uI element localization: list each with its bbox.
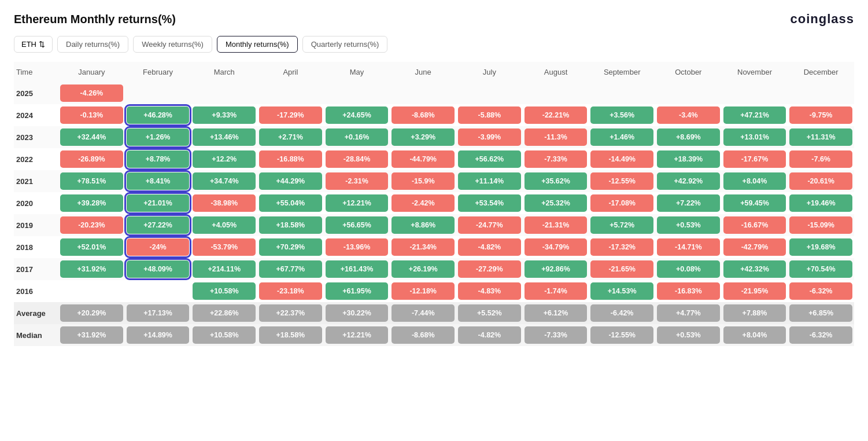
data-cell: -21.95% [722,280,788,302]
data-cell: -12.18% [390,280,456,302]
median-label: Median [14,324,58,346]
data-cell: +12.21% [324,192,390,214]
data-cell: +7.22% [655,192,722,214]
data-cell: +3.56% [589,104,655,126]
median-cell: +31.92% [58,324,125,346]
data-cell: -22.21% [523,104,589,126]
tab-monthly[interactable]: Monthly returns(%) [217,36,298,53]
average-cell: +6.12% [523,302,589,324]
col-jul: July [456,62,523,82]
data-cell: +61.95% [324,280,390,302]
page-header: Ethereum Monthly returns(%) coinglass [14,12,854,27]
data-cell: -16.83% [655,280,722,302]
data-cell: -12.55% [589,170,655,192]
data-cell: +42.32% [722,258,788,280]
data-cell [589,82,655,104]
average-cell: +30.22% [324,302,390,324]
data-cell: +70.29% [257,236,324,258]
page: Ethereum Monthly returns(%) coinglass ET… [0,0,868,358]
average-cell: +5.52% [456,302,523,324]
year-cell: 2025 [14,82,58,104]
data-cell: +78.51% [58,170,125,192]
data-cell: +18.39% [655,148,722,170]
year-cell: 2023 [14,126,58,148]
table-row: 2023+32.44%+1.26%+13.46%+2.71%+0.16%+3.2… [14,126,854,148]
table-row: 2021+78.51%+8.41%+34.74%+44.29%-2.31%-15… [14,170,854,192]
year-cell: 2016 [14,280,58,302]
data-cell: +8.69% [655,126,722,148]
data-cell: +35.62% [523,170,589,192]
data-cell: +31.92% [58,258,125,280]
median-cell: +0.53% [655,324,722,346]
data-cell: -3.4% [655,104,722,126]
data-cell: +53.54% [456,192,523,214]
data-cell: -2.42% [390,192,456,214]
data-cell: +11.31% [788,126,854,148]
data-cell: -7.6% [788,148,854,170]
data-cell: +0.08% [655,258,722,280]
col-sep: September [589,62,655,82]
tab-weekly[interactable]: Weekly returns(%) [133,36,212,53]
data-cell: -24% [125,236,191,258]
data-cell: +19.46% [788,192,854,214]
data-cell [257,82,324,104]
data-cell: -53.79% [191,236,257,258]
data-cell: +34.74% [191,170,257,192]
col-mar: March [191,62,257,82]
median-cell: +8.04% [722,324,788,346]
data-cell: -17.67% [722,148,788,170]
asset-selector[interactable]: ETH ⇅ [14,36,53,53]
toolbar: ETH ⇅ Daily returns(%) Weekly returns(%)… [14,36,854,53]
data-cell: +9.33% [191,104,257,126]
average-label: Average [14,302,58,324]
data-cell: -4.26% [58,82,125,104]
data-cell: -16.67% [722,214,788,236]
data-cell: +67.77% [257,258,324,280]
data-cell: -26.89% [58,148,125,170]
tab-quarterly[interactable]: Quarterly returns(%) [302,36,388,53]
data-cell: -28.84% [324,148,390,170]
data-cell: -16.88% [257,148,324,170]
data-cell: -21.34% [390,236,456,258]
average-cell: +6.85% [788,302,854,324]
data-cell: +161.43% [324,258,390,280]
data-cell [788,82,854,104]
data-cell: -44.79% [390,148,456,170]
data-cell: -23.18% [257,280,324,302]
table-row: 2024-0.13%+46.28%+9.33%-17.29%+24.65%-8.… [14,104,854,126]
data-cell: -21.31% [523,214,589,236]
table-row: 2016+10.58%-23.18%+61.95%-12.18%-4.83%-1… [14,280,854,302]
col-oct: October [655,62,722,82]
data-cell: -14.49% [589,148,655,170]
median-cell: -12.55% [589,324,655,346]
col-aug: August [523,62,589,82]
data-cell: +8.04% [722,170,788,192]
data-cell: -42.79% [722,236,788,258]
data-cell: -20.23% [58,214,125,236]
median-cell: +10.58% [191,324,257,346]
data-cell: +32.44% [58,126,125,148]
data-cell [456,82,523,104]
data-cell: +44.29% [257,170,324,192]
tab-daily[interactable]: Daily returns(%) [57,36,128,53]
data-cell [125,280,191,302]
data-cell [523,82,589,104]
data-cell: +48.09% [125,258,191,280]
median-cell: +12.21% [324,324,390,346]
data-cell: -11.3% [523,126,589,148]
data-cell: +56.65% [324,214,390,236]
page-title: Ethereum Monthly returns(%) [14,13,176,26]
data-cell: +27.22% [125,214,191,236]
data-cell: +8.41% [125,170,191,192]
year-cell: 2019 [14,214,58,236]
year-cell: 2021 [14,170,58,192]
average-cell: +20.29% [58,302,125,324]
median-cell: -4.82% [456,324,523,346]
data-cell: +0.16% [324,126,390,148]
data-cell: -15.09% [788,214,854,236]
data-cell [58,280,125,302]
data-cell: -0.13% [58,104,125,126]
data-cell: +21.01% [125,192,191,214]
data-cell: +12.2% [191,148,257,170]
data-cell: +56.62% [456,148,523,170]
